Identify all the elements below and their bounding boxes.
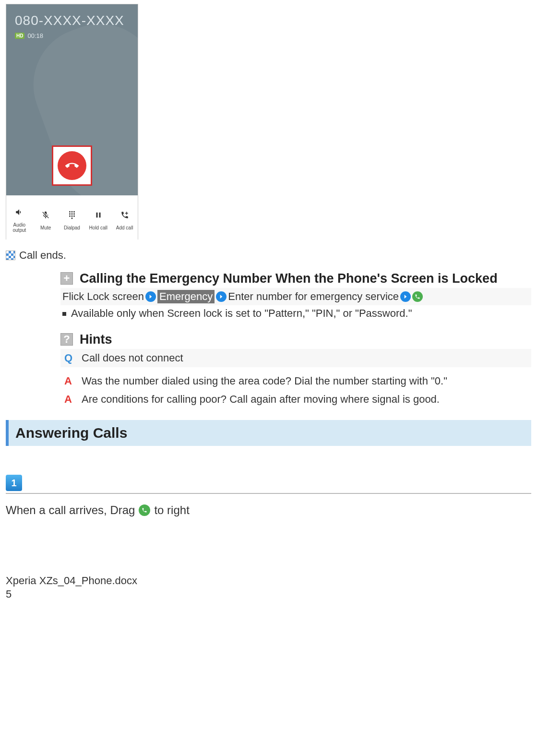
- phone-top-area: 080-XXXX-XXXX HD 00:18: [6, 4, 138, 195]
- footer: Xperia XZs_04_Phone.docx 5: [6, 575, 531, 600]
- hangup-icon: [65, 159, 79, 172]
- speaker-icon: [15, 208, 24, 216]
- emergency-flow: Flick Lock screen Emergency Enter number…: [60, 288, 531, 305]
- hd-badge: HD: [15, 33, 24, 39]
- call-duration: 00:18: [27, 32, 43, 39]
- emergency-heading-row: Calling the Emergency Number When the Ph…: [60, 270, 531, 287]
- audio-output-button[interactable]: Audio output: [7, 204, 31, 233]
- emergency-note: Available only when Screen lock is set t…: [71, 307, 412, 320]
- emergency-badge: Emergency: [157, 290, 215, 303]
- hold-call-label: Hold call: [89, 225, 107, 230]
- emergency-heading: Calling the Emergency Number When the Ph…: [80, 270, 498, 287]
- arrow-icon: [145, 291, 156, 302]
- plus-icon: [60, 272, 73, 285]
- dial-icon: [412, 291, 423, 302]
- hints-heading-row: Hints: [60, 331, 531, 348]
- dial-icon: [139, 504, 150, 516]
- step-1-post: to right: [154, 504, 189, 517]
- audio-output-label: Audio output: [7, 222, 31, 233]
- footer-page: 5: [6, 588, 531, 600]
- answering-calls-heading: Answering Calls: [6, 420, 531, 446]
- pause-icon: [94, 211, 103, 219]
- call-ends-line: Call ends.: [6, 249, 531, 262]
- emergency-note-row: Available only when Screen lock is set t…: [60, 305, 531, 322]
- question-icon: [60, 333, 73, 346]
- emergency-section: Calling the Emergency Number When the Ph…: [60, 270, 531, 322]
- mute-icon: [41, 211, 50, 219]
- hint-question-row: Q Call does not connect: [60, 349, 531, 367]
- dialed-number: 080-XXXX-XXXX: [15, 13, 124, 28]
- step-1-badge: 1: [6, 475, 22, 491]
- a-letter-icon: A: [64, 375, 76, 387]
- hints-section: Hints Q Call does not connect A Was the …: [60, 331, 531, 408]
- end-call-button[interactable]: [58, 151, 86, 180]
- mute-button[interactable]: Mute: [34, 207, 58, 230]
- hint-answer-2: Are conditions for calling poor? Call ag…: [82, 393, 440, 406]
- add-call-label: Add call: [116, 225, 133, 230]
- hint-question: Call does not connect: [82, 352, 183, 364]
- hints-heading: Hints: [80, 331, 112, 348]
- hold-call-button[interactable]: Hold call: [86, 207, 110, 230]
- dialpad-icon: [68, 211, 76, 219]
- step-1-pre: When a call arrives, Drag: [6, 504, 135, 517]
- a-letter-icon: A: [64, 393, 76, 406]
- step-1-text: When a call arrives, Drag to right: [6, 504, 531, 517]
- dialpad-button[interactable]: Dialpad: [60, 207, 84, 230]
- arrow-icon: [216, 291, 227, 302]
- hd-timer-row: HD 00:18: [15, 32, 43, 39]
- hint-answer-1: Was the number dialed using the area cod…: [82, 375, 447, 387]
- end-call-highlight: [52, 145, 92, 186]
- step-divider: [6, 493, 531, 494]
- hint-answer-row: A Was the number dialed using the area c…: [60, 372, 531, 390]
- phone-bottom-toolbar: Audio output Mute Dialpad Hold call Add …: [6, 195, 138, 240]
- footer-filename: Xperia XZs_04_Phone.docx: [6, 575, 531, 587]
- add-call-icon: [120, 211, 129, 219]
- hint-answer-row: A Are conditions for calling poor? Call …: [60, 390, 531, 408]
- phone-call-screenshot: 080-XXXX-XXXX HD 00:18 Audio output Mute…: [6, 4, 138, 240]
- dialpad-label: Dialpad: [64, 225, 80, 230]
- arrow-icon: [400, 291, 411, 302]
- checker-flag-icon: [6, 251, 15, 260]
- bullet-icon: [62, 312, 66, 316]
- emergency-step1: Flick Lock screen: [62, 290, 144, 303]
- add-call-button[interactable]: Add call: [113, 207, 137, 230]
- q-letter-icon: Q: [64, 352, 76, 364]
- emergency-step2: Enter number for emergency service: [228, 290, 399, 303]
- mute-label: Mute: [40, 225, 51, 230]
- call-ends-text: Call ends.: [19, 249, 66, 262]
